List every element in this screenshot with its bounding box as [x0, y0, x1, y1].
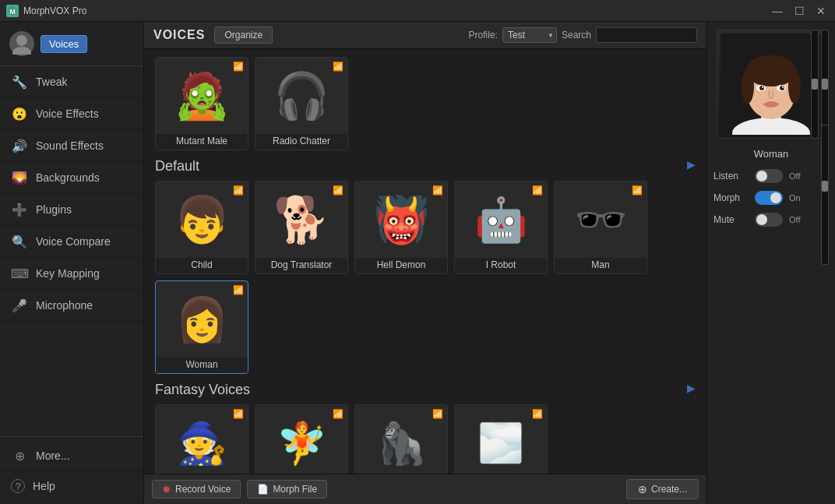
backgrounds-icon: 🌄	[11, 169, 28, 186]
sidebar-item-plugins[interactable]: ➕ Plugins	[0, 194, 143, 226]
signal-icon-woman: 📶	[233, 285, 244, 295]
tweak-icon: 🔧	[11, 73, 28, 90]
default-section-arrow[interactable]: ▶	[687, 158, 696, 171]
morph-toggle[interactable]	[755, 191, 783, 205]
voice-card-man[interactable]: 🕶️ 📶 Man	[554, 181, 647, 274]
morph-toggle-knob	[770, 192, 781, 203]
signal-icon-nasty-gnome: 📶	[532, 409, 543, 419]
listen-label: Listen	[713, 171, 749, 182]
svg-point-3	[12, 47, 31, 55]
default-section: Default ▶ 👦 📶 Child 🐕	[155, 158, 696, 374]
sidebar-bottom: ⊕ More... ? Help	[0, 436, 143, 504]
fx-sliders	[821, 125, 829, 265]
app-body: Voices 🔧 Tweak 😮 Voice Effects 🔊 Sound E…	[0, 22, 835, 504]
sidebar-label-more: More...	[36, 449, 70, 462]
profile-group: Profile: Test Default Custom Search	[469, 27, 697, 43]
voice-name-i-robot: I Robot	[455, 258, 547, 273]
voice-card-i-robot[interactable]: 🤖 📶 I Robot	[454, 181, 548, 274]
voice-card-woman[interactable]: 👩 📶 Woman	[155, 280, 248, 374]
morph-file-button[interactable]: 📄 Morph File	[247, 480, 327, 499]
voice-card-hell-demon[interactable]: 👹 📶 Hell Demon	[354, 181, 448, 274]
controls: Listen Off Morph On Mute Off	[713, 169, 829, 227]
voice-card-dwarf[interactable]: 🧙 📶 Dwarf	[155, 404, 248, 474]
create-icon: ⊕	[638, 483, 647, 495]
titlebar-controls: — ☐ ✕	[770, 3, 829, 19]
voice-name-child: Child	[156, 258, 248, 273]
close-button[interactable]: ✕	[813, 3, 829, 19]
fantasy-section-label: Fantasy Voices ▶	[155, 382, 696, 398]
sidebar-label-voice-effects: Voice Effects	[36, 107, 99, 120]
sidebar-label-backgrounds: Backgrounds	[36, 171, 100, 184]
svg-point-17	[764, 101, 778, 107]
default-voices-grid: 👦 📶 Child 🐕 📶 Dog Translator	[155, 181, 696, 374]
sidebar-label-plugins: Plugins	[36, 203, 72, 216]
sidebar-user: Voices	[0, 22, 143, 66]
svg-point-9	[742, 69, 754, 104]
sidebar-item-more[interactable]: ⊕ More...	[0, 440, 143, 472]
svg-point-15	[780, 86, 784, 90]
voice-card-child[interactable]: 👦 📶 Child	[155, 181, 248, 274]
sidebar-label-help: Help	[33, 480, 55, 492]
volume-bar-1[interactable]	[811, 30, 819, 139]
sidebar-item-microphone[interactable]: 🎤 Microphone	[0, 290, 143, 322]
voice-card-giant[interactable]: 🦍 📶 Giant	[354, 404, 448, 474]
listen-control: Listen Off	[713, 169, 829, 183]
voice-name-hell-demon: Hell Demon	[355, 258, 447, 273]
voice-card-radio-chatter[interactable]: 🎧 📶 Radio Chatter	[255, 57, 348, 150]
sidebar-item-sound-effects[interactable]: 🔊 Sound Effects	[0, 130, 143, 162]
volume-bar-2[interactable]	[821, 30, 829, 139]
search-label: Search	[562, 30, 591, 41]
fx-bar-1[interactable]	[821, 125, 829, 265]
mute-label: Mute	[713, 214, 749, 225]
sidebar-item-voice-compare[interactable]: 🔍 Voice Compare	[0, 226, 143, 258]
create-button[interactable]: ⊕ Create...	[626, 479, 699, 499]
svg-point-2	[16, 35, 27, 46]
svg-point-16	[782, 86, 784, 88]
minimize-button[interactable]: —	[770, 3, 785, 19]
mute-toggle-knob	[756, 214, 767, 225]
volume-thumb-1	[812, 79, 818, 90]
organize-button[interactable]: Organize	[214, 26, 273, 44]
right-panel: Woman Listen Off Morph On Mute	[706, 22, 835, 504]
sidebar-item-help[interactable]: ? Help	[0, 472, 143, 501]
sidebar-item-voice-effects[interactable]: 😮 Voice Effects	[0, 98, 143, 130]
sidebar-item-key-mapping[interactable]: ⌨ Key Mapping	[0, 258, 143, 290]
voice-card-female-pixie[interactable]: 🧚 📶 Female Pixie	[255, 404, 348, 474]
voice-card-dog-translator[interactable]: 🐕 📶 Dog Translator	[255, 181, 348, 274]
plugins-icon: ➕	[11, 201, 28, 218]
voice-name-dog-translator: Dog Translator	[255, 258, 347, 273]
maximize-button[interactable]: ☐	[791, 3, 807, 19]
svg-point-10	[788, 69, 801, 104]
default-section-label: Default ▶	[155, 158, 696, 174]
voices-button[interactable]: Voices	[41, 35, 87, 53]
signal-icon-hell-demon: 📶	[432, 185, 443, 196]
signal-icon-dog-translator: 📶	[333, 185, 344, 196]
app-icon: M	[6, 5, 19, 17]
listen-state: Off	[789, 171, 800, 181]
fantasy-section-arrow[interactable]: ▶	[687, 382, 696, 394]
voice-card-mutant-male[interactable]: 🧟 📶 Mutant Male	[155, 57, 248, 150]
svg-point-13	[762, 86, 763, 88]
mute-state: Off	[789, 215, 800, 224]
listen-toggle[interactable]	[755, 169, 783, 183]
mute-toggle[interactable]	[755, 213, 783, 227]
avatar	[9, 31, 34, 56]
profile-select[interactable]: Test Default Custom	[502, 27, 557, 43]
app-title: MorphVOX Pro	[23, 5, 86, 16]
sidebar-nav: 🔧 Tweak 😮 Voice Effects 🔊 Sound Effects …	[0, 66, 143, 436]
signal-icon-i-robot: 📶	[532, 185, 543, 196]
sound-effects-icon: 🔊	[11, 137, 28, 154]
featured-woman-svg	[720, 33, 822, 135]
sidebar-item-backgrounds[interactable]: 🌄 Backgrounds	[0, 162, 143, 194]
voice-card-nasty-gnome[interactable]: 🌫️ 📶 Nasty Gnome	[454, 404, 548, 474]
sidebar-label-voice-compare: Voice Compare	[36, 235, 111, 248]
sidebar-item-tweak[interactable]: 🔧 Tweak	[0, 66, 143, 98]
signal-icon-mutant-male: 📶	[233, 62, 244, 72]
right-panel-inner	[713, 30, 829, 139]
search-input[interactable]	[596, 27, 697, 43]
morph-state: On	[789, 193, 801, 203]
volume-sliders	[811, 30, 829, 139]
featured-voice-image	[717, 30, 826, 139]
sidebar-label-sound-effects: Sound Effects	[36, 139, 104, 152]
record-voice-button[interactable]: ⏺ Record Voice	[152, 480, 241, 499]
